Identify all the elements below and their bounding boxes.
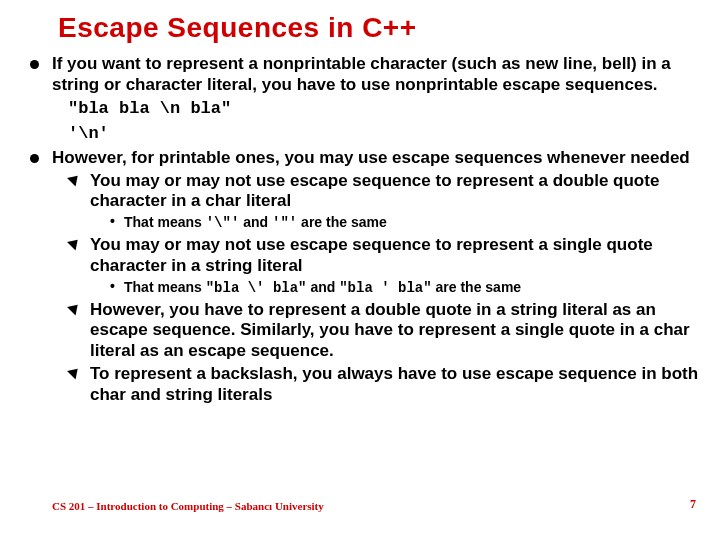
code-example: '\n' [68,122,702,144]
bullet-text: If you want to represent a nonprintable … [52,54,702,95]
sub2-bullet-list: That means '\"' and '"' are the same [110,214,702,231]
sub2-mid: and [239,214,272,230]
sub-bullet-item: You may or may not use escape sequence t… [68,171,702,231]
sub2-prefix: That means [124,279,206,295]
sub-bullet-text: To represent a backslash, you always hav… [90,364,702,405]
sub2-suffix: are the same [432,279,522,295]
sub-bullet-text: However, you have to represent a double … [90,300,702,362]
code-inline: '\"' [206,215,240,231]
sub-bullet-text: You may or may not use escape sequence t… [90,171,702,212]
bullet-list: If you want to represent a nonprintable … [24,54,702,405]
sub-bullet-item: To represent a backslash, you always hav… [68,364,702,405]
code-inline: "bla \' bla" [206,280,307,296]
bullet-item: However, for printable ones, you may use… [24,148,702,405]
sub-bullet-item: You may or may not use escape sequence t… [68,235,702,295]
sub-bullet-item: However, you have to represent a double … [68,300,702,362]
sub2-bullet-list: That means "bla \' bla" and "bla ' bla" … [110,279,702,296]
code-line: "bla bla \n bla" [68,99,231,118]
slide-title: Escape Sequences in C++ [58,12,702,44]
slide: Escape Sequences in C++ If you want to r… [0,0,720,540]
page-number: 7 [690,497,696,512]
sub-bullet-text: You may or may not use escape sequence t… [90,235,702,276]
sub2-bullet-item: That means '\"' and '"' are the same [110,214,702,231]
sub-bullet-list: You may or may not use escape sequence t… [68,171,702,406]
footer-text: CS 201 – Introduction to Computing – Sab… [52,500,324,512]
bullet-text: However, for printable ones, you may use… [52,148,702,169]
code-inline: '"' [272,215,297,231]
sub2-bullet-item: That means "bla \' bla" and "bla ' bla" … [110,279,702,296]
bullet-item: If you want to represent a nonprintable … [24,54,702,144]
code-inline: "bla ' bla" [339,280,431,296]
sub2-prefix: That means [124,214,206,230]
code-line: '\n' [68,124,109,143]
sub2-mid: and [307,279,340,295]
code-example: "bla bla \n bla" [68,97,702,119]
sub2-suffix: are the same [297,214,387,230]
